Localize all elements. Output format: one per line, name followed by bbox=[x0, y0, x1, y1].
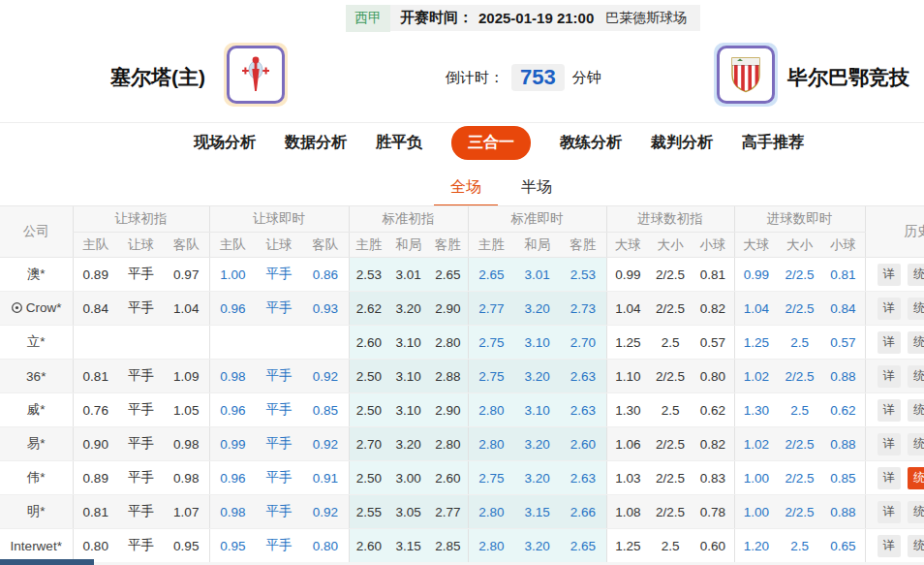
tab-coach-analysis[interactable]: 教练分析 bbox=[560, 133, 622, 153]
tab-data-analysis[interactable]: 数据分析 bbox=[285, 133, 347, 153]
odds-cell[interactable]: 平手 bbox=[256, 393, 302, 427]
company-cell[interactable]: 36* bbox=[0, 360, 73, 393]
odds-cell[interactable]: 1.25 bbox=[734, 326, 778, 360]
odds-cell[interactable]: 0.57 bbox=[821, 326, 865, 360]
odds-cell[interactable]: 0.62 bbox=[821, 393, 865, 427]
company-cell[interactable]: 易* bbox=[0, 427, 73, 461]
company-cell[interactable]: Interwet* bbox=[0, 529, 73, 563]
odds-cell[interactable]: 1.00 bbox=[734, 495, 778, 529]
detail-button[interactable]: 详 bbox=[878, 264, 902, 286]
odds-cell[interactable]: 0.92 bbox=[302, 427, 349, 461]
stats-button[interactable]: 统 bbox=[908, 399, 924, 422]
odds-cell[interactable]: 3.20 bbox=[514, 529, 560, 563]
company-cell[interactable]: 澳* bbox=[0, 258, 73, 292]
company-cell[interactable]: 伟* bbox=[0, 461, 73, 495]
odds-cell[interactable]: 3.20 bbox=[514, 292, 560, 326]
detail-button[interactable]: 详 bbox=[878, 365, 902, 388]
odds-cell[interactable]: 1.00 bbox=[209, 258, 256, 292]
league-badge[interactable]: 西甲 bbox=[346, 5, 390, 32]
odds-cell[interactable]: 3.20 bbox=[514, 427, 560, 461]
odds-cell[interactable]: 2.75 bbox=[468, 360, 514, 393]
odds-cell[interactable]: 平手 bbox=[256, 427, 302, 461]
odds-cell[interactable]: 2.5 bbox=[778, 393, 821, 427]
stats-button[interactable]: 统 bbox=[908, 467, 924, 489]
odds-cell[interactable]: 2/2.5 bbox=[778, 427, 821, 461]
company-cell[interactable]: 立* bbox=[0, 326, 73, 360]
odds-cell[interactable]: 2.53 bbox=[560, 258, 606, 292]
odds-cell[interactable]: 2.5 bbox=[778, 326, 821, 360]
away-team-name[interactable]: 毕尔巴鄂竞技 bbox=[787, 64, 909, 91]
stats-button[interactable]: 统 bbox=[908, 298, 924, 320]
odds-cell[interactable]: 0.98 bbox=[209, 495, 256, 529]
odds-cell[interactable]: 2.80 bbox=[468, 427, 514, 461]
odds-cell[interactable]: 1.04 bbox=[734, 292, 778, 326]
detail-button[interactable]: 详 bbox=[878, 467, 902, 489]
odds-cell[interactable]: 0.84 bbox=[821, 292, 865, 326]
odds-cell[interactable]: 0.98 bbox=[209, 360, 256, 393]
tab-expert-picks[interactable]: 高手推荐 bbox=[742, 133, 804, 153]
odds-cell[interactable]: 2/2.5 bbox=[778, 495, 821, 529]
odds-cell[interactable]: 0.92 bbox=[302, 360, 349, 393]
odds-cell[interactable]: 0.85 bbox=[821, 461, 865, 495]
odds-cell[interactable]: 平手 bbox=[256, 292, 302, 326]
odds-cell[interactable]: 2.80 bbox=[468, 393, 514, 427]
odds-cell[interactable]: 2.63 bbox=[560, 461, 606, 495]
odds-cell[interactable]: 0.88 bbox=[821, 427, 865, 461]
odds-cell[interactable]: 2.63 bbox=[560, 360, 606, 393]
odds-cell[interactable]: 2.66 bbox=[560, 495, 606, 529]
odds-cell[interactable]: 2/2.5 bbox=[778, 292, 821, 326]
odds-cell[interactable]: 2.5 bbox=[778, 529, 821, 563]
odds-cell[interactable]: 2/2.5 bbox=[778, 360, 821, 393]
odds-cell[interactable]: 2/2.5 bbox=[778, 461, 821, 495]
odds-cell[interactable]: 2.60 bbox=[560, 427, 606, 461]
odds-cell[interactable]: 3.10 bbox=[514, 326, 560, 360]
odds-cell[interactable]: 0.93 bbox=[302, 292, 349, 326]
odds-cell[interactable]: 0.91 bbox=[302, 461, 349, 495]
stats-button[interactable]: 统 bbox=[908, 365, 924, 388]
odds-cell[interactable]: 2.63 bbox=[560, 393, 606, 427]
stats-button[interactable]: 统 bbox=[908, 501, 924, 523]
detail-button[interactable]: 详 bbox=[878, 331, 902, 354]
odds-cell[interactable]: 1.02 bbox=[734, 360, 778, 393]
odds-cell[interactable]: 0.88 bbox=[821, 360, 865, 393]
subtab-full-match[interactable]: 全场 bbox=[434, 177, 498, 206]
tab-win-draw-lose[interactable]: 胜平负 bbox=[376, 133, 422, 153]
odds-cell[interactable]: 1.20 bbox=[734, 529, 778, 563]
odds-cell[interactable]: 2.75 bbox=[468, 461, 514, 495]
odds-cell[interactable]: 2/2.5 bbox=[778, 258, 821, 292]
odds-cell[interactable]: 3.20 bbox=[514, 360, 560, 393]
odds-cell[interactable]: 2.75 bbox=[468, 326, 514, 360]
odds-cell[interactable]: 2.73 bbox=[560, 292, 606, 326]
odds-cell[interactable]: 平手 bbox=[256, 461, 302, 495]
odds-cell[interactable]: 0.96 bbox=[209, 292, 256, 326]
odds-cell[interactable]: 0.86 bbox=[302, 258, 349, 292]
tab-live-analysis[interactable]: 现场分析 bbox=[194, 133, 256, 153]
odds-cell[interactable]: 0.99 bbox=[734, 258, 778, 292]
odds-cell[interactable]: 3.10 bbox=[514, 393, 560, 427]
tab-referee-analysis[interactable]: 裁判分析 bbox=[651, 133, 713, 153]
odds-cell[interactable]: 2.65 bbox=[560, 529, 606, 563]
odds-cell[interactable]: 平手 bbox=[256, 529, 302, 563]
odds-cell[interactable]: 0.80 bbox=[302, 529, 349, 563]
tab-three-in-one[interactable]: 三合一 bbox=[451, 126, 531, 160]
company-cell[interactable]: 威* bbox=[0, 393, 73, 427]
home-team-name[interactable]: 塞尔塔(主) bbox=[110, 64, 205, 91]
odds-cell[interactable]: 0.92 bbox=[302, 495, 349, 529]
odds-cell[interactable]: 0.95 bbox=[209, 529, 256, 563]
odds-cell[interactable]: 3.20 bbox=[514, 461, 560, 495]
company-cell[interactable]: Crow* bbox=[0, 292, 73, 326]
stats-button[interactable]: 统 bbox=[908, 264, 924, 286]
detail-button[interactable]: 详 bbox=[878, 298, 902, 320]
odds-cell[interactable]: 0.96 bbox=[209, 393, 256, 427]
odds-cell[interactable]: 3.15 bbox=[514, 495, 560, 529]
odds-cell[interactable]: 3.01 bbox=[514, 258, 560, 292]
odds-cell[interactable]: 0.88 bbox=[821, 495, 865, 529]
stats-button[interactable]: 统 bbox=[908, 331, 924, 354]
stats-button[interactable]: 统 bbox=[908, 433, 924, 455]
detail-button[interactable]: 详 bbox=[878, 399, 902, 422]
odds-cell[interactable]: 2.65 bbox=[468, 258, 514, 292]
odds-cell[interactable]: 2.70 bbox=[560, 326, 606, 360]
detail-button[interactable]: 详 bbox=[878, 433, 902, 455]
odds-cell[interactable]: 0.99 bbox=[209, 427, 256, 461]
odds-cell[interactable]: 2.77 bbox=[468, 292, 514, 326]
